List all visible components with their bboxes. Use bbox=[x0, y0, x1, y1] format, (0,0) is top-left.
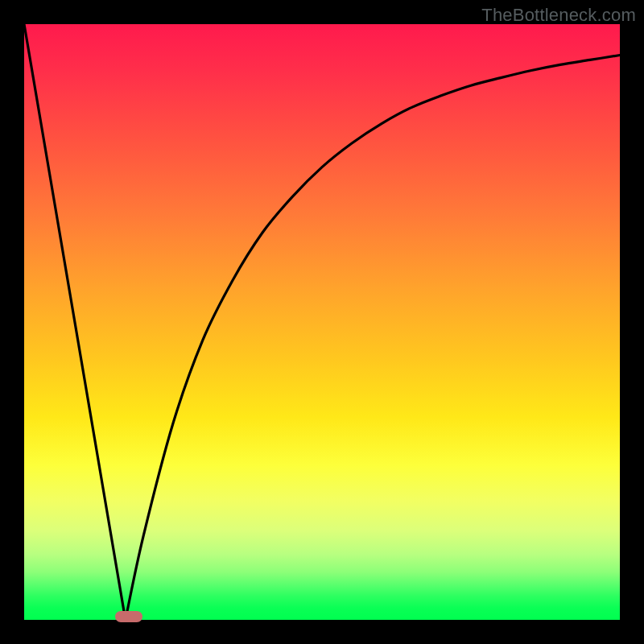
chart-canvas: TheBottleneck.com bbox=[0, 0, 644, 644]
source-credit: TheBottleneck.com bbox=[481, 5, 636, 26]
bottleneck-curve bbox=[24, 24, 620, 620]
optimum-marker bbox=[115, 611, 142, 622]
plot-area bbox=[24, 24, 620, 620]
curve-path bbox=[24, 24, 620, 620]
